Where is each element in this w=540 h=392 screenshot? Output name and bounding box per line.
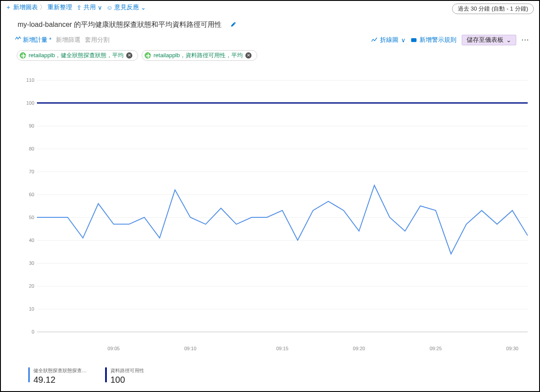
- series-line: [37, 185, 528, 254]
- y-axis-tick: 70: [17, 169, 34, 174]
- y-axis-tick: 0: [17, 329, 34, 334]
- y-axis-tick: 80: [17, 146, 34, 151]
- feedback-label: 意見反應: [114, 4, 139, 11]
- new-alert-button[interactable]: 新增警示規則: [411, 36, 456, 44]
- chevron-down-icon: ∨: [401, 37, 405, 44]
- refresh-label: 重新整理: [47, 4, 72, 11]
- svg-rect-0: [411, 38, 416, 42]
- add-filter-label: 新增篩選: [56, 36, 80, 43]
- plus-icon: ＋: [5, 4, 11, 11]
- refresh-button[interactable]: 重新整理: [47, 4, 72, 11]
- remove-pill-icon[interactable]: ✕: [245, 52, 252, 59]
- metric-pill-label: retailapplb，資料路徑可用性，平均: [153, 51, 243, 59]
- metric-pill[interactable]: retailapplb，資料路徑可用性，平均 ✕: [142, 50, 257, 61]
- metric-pill-label: retailapplb，健全狀態探查狀態，平均: [29, 51, 124, 59]
- legend-item[interactable]: 健全狀態探查狀態探查… 49.12: [28, 367, 87, 385]
- x-axis-tick: 09:30: [506, 346, 518, 351]
- y-axis-tick: 20: [17, 283, 34, 289]
- remove-pill-icon[interactable]: ✕: [126, 52, 132, 59]
- legend-item[interactable]: 資料路徑可用性 100: [105, 367, 144, 385]
- chevron-down-icon: ⌄: [141, 4, 146, 11]
- y-axis-tick: 110: [17, 77, 34, 83]
- new-alert-label: 新增警示規則: [420, 36, 456, 44]
- add-metric-button[interactable]: 新增計量 *: [15, 36, 51, 44]
- chart-plot-area: [37, 76, 528, 343]
- share-label: 共用: [84, 4, 96, 11]
- metric-icon: [20, 52, 26, 59]
- chevron-down-icon: ⌄: [506, 37, 511, 44]
- legend-value: 100: [110, 375, 144, 385]
- edit-title-button[interactable]: [230, 21, 237, 29]
- metrics-chart[interactable]: 010203040506070809010011009:0509:1009:15…: [17, 76, 528, 343]
- y-axis-tick: 50: [17, 215, 34, 220]
- chart-title: my-load-balancer 的平均健康狀態探查狀態和平均資料路徑可用性: [18, 20, 222, 29]
- x-axis-tick: 09:05: [108, 346, 120, 351]
- chevron-down-icon: ∨: [98, 4, 102, 11]
- add-metric-label: 新增計量 *: [23, 36, 51, 43]
- y-axis-tick: 40: [17, 238, 34, 243]
- x-axis-tick: 09:15: [276, 346, 288, 351]
- time-range-picker[interactable]: 過去 30 分鐘 (自動 - 1 分鐘): [452, 4, 534, 14]
- legend-color-bar: [105, 367, 107, 382]
- legend-color-bar: [28, 367, 30, 382]
- legend-value: 49.12: [33, 375, 87, 385]
- y-axis-tick: 60: [17, 192, 34, 197]
- x-axis-tick: 09:25: [430, 346, 442, 351]
- smile-icon: ☺: [106, 4, 113, 11]
- legend-name: 健全狀態探查狀態探查…: [33, 367, 87, 374]
- legend-name: 資料路徑可用性: [110, 367, 144, 374]
- separator: 〉: [40, 4, 46, 11]
- y-axis-tick: 30: [17, 260, 34, 266]
- chart-type-dropdown[interactable]: 折線圖 ∨: [371, 36, 405, 44]
- metric-pill[interactable]: retailapplb，健全狀態探查狀態，平均 ✕: [17, 50, 138, 61]
- metric-icon: [145, 52, 151, 59]
- chart-type-label: 折線圖: [380, 36, 398, 44]
- metric-icon: [15, 36, 21, 42]
- save-dash-label: 儲存至儀表板: [467, 36, 504, 44]
- share-button[interactable]: ⇪ 共用 ∨: [77, 4, 102, 11]
- line-chart-icon: [371, 37, 377, 43]
- add-filter-button[interactable]: 新增篩選: [56, 36, 80, 44]
- add-chart-button[interactable]: ＋ 新增圖表: [5, 4, 38, 11]
- share-icon: ⇪: [77, 4, 82, 11]
- alert-icon: [411, 37, 417, 43]
- y-axis-tick: 90: [17, 123, 34, 128]
- x-axis-tick: 09:20: [353, 346, 365, 351]
- pencil-icon: [230, 21, 237, 27]
- metric-pill-row: retailapplb，健全狀態探查狀態，平均 ✕ retailapplb，資料…: [1, 48, 539, 62]
- apply-split-label: 套用分割: [85, 36, 109, 43]
- apply-split-button[interactable]: 套用分割: [85, 36, 109, 44]
- time-range-label: 過去 30 分鐘 (自動 - 1 分鐘): [458, 5, 528, 12]
- y-axis-tick: 10: [17, 306, 34, 311]
- add-chart-label: 新增圖表: [13, 4, 38, 11]
- save-to-dashboard-button[interactable]: 儲存至儀表板 ⌄: [462, 35, 516, 45]
- y-axis-tick: 100: [17, 100, 34, 106]
- more-menu-button[interactable]: ···: [522, 37, 529, 44]
- feedback-button[interactable]: ☺ 意見反應 ⌄: [106, 4, 146, 11]
- x-axis-tick: 09:10: [184, 346, 197, 351]
